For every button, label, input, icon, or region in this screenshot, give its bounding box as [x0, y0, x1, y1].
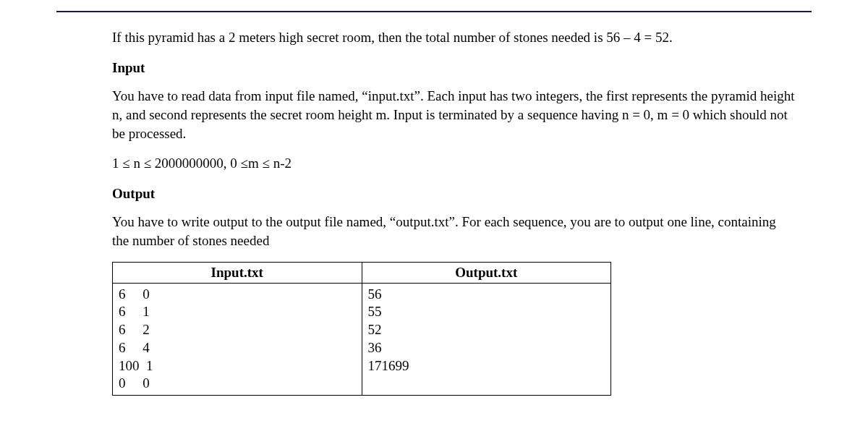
io-table: Input.txt Output.txt 6 0 6 1 6 2 6 4 100…: [112, 262, 611, 396]
table-header-row: Input.txt Output.txt: [113, 262, 611, 283]
intro-paragraph: If this pyramid has a 2 meters high secr…: [112, 28, 796, 47]
input-cell: 6 0 6 1 6 2 6 4 100 1 0 0: [113, 283, 362, 395]
input-heading: Input: [112, 59, 796, 77]
table-row: 6 0 6 1 6 2 6 4 100 1 0 0 56 55 52 36 17…: [113, 283, 611, 395]
input-header: Input.txt: [113, 262, 362, 283]
output-heading: Output: [112, 184, 796, 203]
output-header: Output.txt: [362, 262, 611, 283]
output-description: You have to write output to the output f…: [112, 213, 796, 250]
output-cell: 56 55 52 36 171699: [362, 283, 611, 395]
header-rule: [56, 11, 812, 12]
input-description: You have to read data from input file na…: [112, 87, 796, 142]
document-content: If this pyramid has a 2 meters high secr…: [112, 28, 796, 396]
constraint-line: 1 ≤ n ≤ 2000000000, 0 ≤m ≤ n-2: [112, 154, 796, 173]
document-page: If this pyramid has a 2 meters high secr…: [0, 11, 868, 396]
